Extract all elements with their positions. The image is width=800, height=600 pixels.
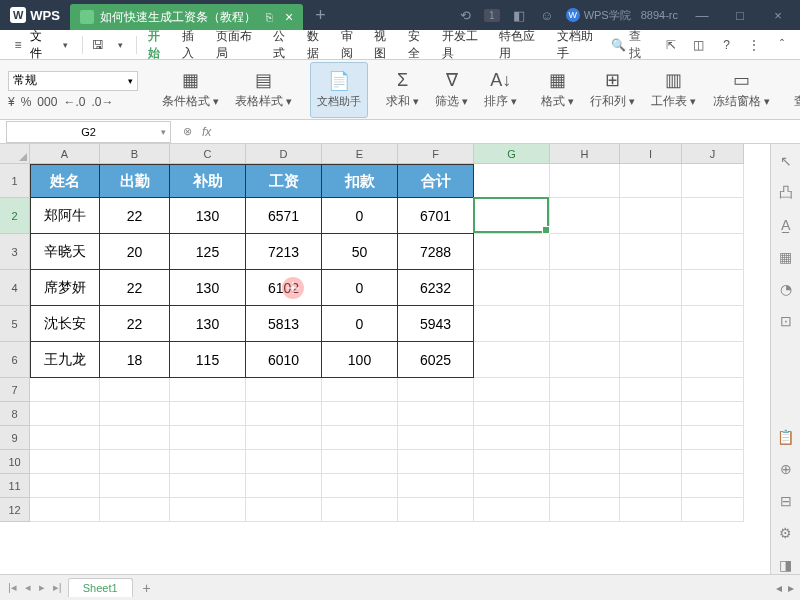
cell-E6[interactable]: 100 bbox=[322, 342, 398, 378]
close-button[interactable]: × bbox=[764, 5, 792, 25]
cell-H1[interactable] bbox=[550, 164, 620, 198]
cell-J11[interactable] bbox=[682, 474, 744, 498]
cell-E5[interactable]: 0 bbox=[322, 306, 398, 342]
style-icon[interactable]: 凸 bbox=[777, 184, 795, 202]
row-header-9[interactable]: 9 bbox=[0, 426, 30, 450]
tab-close-icon[interactable]: × bbox=[285, 9, 293, 25]
cell-G1[interactable] bbox=[474, 164, 550, 198]
table-tool-icon[interactable]: ▦ bbox=[777, 248, 795, 266]
cell-E7[interactable] bbox=[322, 378, 398, 402]
comma-icon[interactable]: 000 bbox=[37, 95, 57, 109]
cell-J2[interactable] bbox=[682, 198, 744, 234]
cell-B8[interactable] bbox=[100, 402, 170, 426]
format-button[interactable]: ▦格式 ▾ bbox=[535, 62, 580, 118]
cell-C6[interactable]: 115 bbox=[170, 342, 246, 378]
new-tab-button[interactable]: + bbox=[315, 5, 326, 26]
cell-A3[interactable]: 辛晓天 bbox=[30, 234, 100, 270]
number-format-combo[interactable]: 常规▾ bbox=[8, 71, 138, 91]
select-all-corner[interactable] bbox=[0, 144, 30, 164]
row-header-10[interactable]: 10 bbox=[0, 450, 30, 474]
cell-G9[interactable] bbox=[474, 426, 550, 450]
cell-H7[interactable] bbox=[550, 378, 620, 402]
cell-D6[interactable]: 6010 bbox=[246, 342, 322, 378]
share-icon[interactable]: ⇱ bbox=[661, 35, 681, 55]
col-header-C[interactable]: C bbox=[170, 144, 246, 164]
percent-icon[interactable]: % bbox=[21, 95, 32, 109]
cell-A12[interactable] bbox=[30, 498, 100, 522]
cell-B6[interactable]: 18 bbox=[100, 342, 170, 378]
collapse-ribbon-icon[interactable]: ˆ bbox=[772, 35, 792, 55]
cell-A2[interactable]: 郑阿牛 bbox=[30, 198, 100, 234]
cell-H9[interactable] bbox=[550, 426, 620, 450]
cell-D5[interactable]: 5813 bbox=[246, 306, 322, 342]
row-header-3[interactable]: 3 bbox=[0, 234, 30, 270]
cell-E11[interactable] bbox=[322, 474, 398, 498]
cell-F10[interactable] bbox=[398, 450, 474, 474]
cell-A4[interactable]: 席梦妍 bbox=[30, 270, 100, 306]
cell-D7[interactable] bbox=[246, 378, 322, 402]
worksheet-button[interactable]: ▥工作表 ▾ bbox=[645, 62, 702, 118]
sheet-nav-prev[interactable]: ◂ bbox=[23, 581, 33, 594]
cell-I8[interactable] bbox=[620, 402, 682, 426]
menu-tab-3[interactable]: 公式 bbox=[268, 30, 302, 60]
find-button[interactable]: 🔍查找 ▾ bbox=[788, 62, 800, 118]
cell-D12[interactable] bbox=[246, 498, 322, 522]
sheet-nav-last[interactable]: ▸| bbox=[51, 581, 64, 594]
cell-A5[interactable]: 沈长安 bbox=[30, 306, 100, 342]
row-header-12[interactable]: 12 bbox=[0, 498, 30, 522]
cell-C5[interactable]: 130 bbox=[170, 306, 246, 342]
menu-tab-10[interactable]: 文档助手 bbox=[552, 30, 610, 60]
col-header-D[interactable]: D bbox=[246, 144, 322, 164]
menu-tab-6[interactable]: 视图 bbox=[369, 30, 403, 60]
cell-J4[interactable] bbox=[682, 270, 744, 306]
row-col-button[interactable]: ⊞行和列 ▾ bbox=[584, 62, 641, 118]
decimal-decrease-icon[interactable]: .0→ bbox=[91, 95, 113, 109]
cell-E2[interactable]: 0 bbox=[322, 198, 398, 234]
cell-G3[interactable] bbox=[474, 234, 550, 270]
more-icon[interactable]: ⋮ bbox=[744, 35, 764, 55]
cell-G5[interactable] bbox=[474, 306, 550, 342]
cell-D8[interactable] bbox=[246, 402, 322, 426]
cell-F12[interactable] bbox=[398, 498, 474, 522]
cell-F1[interactable]: 合计 bbox=[398, 164, 474, 198]
select-tool-icon[interactable]: ↖ bbox=[777, 152, 795, 170]
name-box[interactable]: G2 bbox=[6, 121, 171, 143]
cell-I6[interactable] bbox=[620, 342, 682, 378]
cell-B4[interactable]: 22 bbox=[100, 270, 170, 306]
conditional-format-button[interactable]: ▦条件格式 ▾ bbox=[156, 62, 225, 118]
col-header-J[interactable]: J bbox=[682, 144, 744, 164]
sheet-nav-next[interactable]: ▸ bbox=[37, 581, 47, 594]
col-header-G[interactable]: G bbox=[474, 144, 550, 164]
cell-J3[interactable] bbox=[682, 234, 744, 270]
row-header-2[interactable]: 2 bbox=[0, 198, 30, 234]
sheet-tab[interactable]: Sheet1 bbox=[68, 578, 133, 597]
cell-G4[interactable] bbox=[474, 270, 550, 306]
app-logo[interactable]: WPS bbox=[0, 0, 70, 30]
sort-button[interactable]: A↓排序 ▾ bbox=[478, 62, 523, 118]
cell-A6[interactable]: 王九龙 bbox=[30, 342, 100, 378]
cell-B2[interactable]: 22 bbox=[100, 198, 170, 234]
minimize-button[interactable]: — bbox=[688, 5, 716, 25]
table-style-button[interactable]: ▤表格样式 ▾ bbox=[229, 62, 298, 118]
cell-I9[interactable] bbox=[620, 426, 682, 450]
cell-B7[interactable] bbox=[100, 378, 170, 402]
cell-C2[interactable]: 130 bbox=[170, 198, 246, 234]
document-tab[interactable]: 如何快速生成工资条（教程） ⎘ × bbox=[70, 4, 303, 30]
menu-tab-0[interactable]: 开始 bbox=[143, 30, 177, 60]
notification-badge[interactable]: 1 bbox=[484, 9, 500, 22]
file-dropdown-icon[interactable]: ▾ bbox=[56, 35, 76, 55]
cell-D3[interactable]: 7213 bbox=[246, 234, 322, 270]
cell-I5[interactable] bbox=[620, 306, 682, 342]
cell-F6[interactable]: 6025 bbox=[398, 342, 474, 378]
cell-A8[interactable] bbox=[30, 402, 100, 426]
col-header-B[interactable]: B bbox=[100, 144, 170, 164]
menu-tab-4[interactable]: 数据 bbox=[302, 30, 336, 60]
cell-I7[interactable] bbox=[620, 378, 682, 402]
cell-H2[interactable] bbox=[550, 198, 620, 234]
menu-tab-5[interactable]: 审阅 bbox=[336, 30, 370, 60]
cell-J10[interactable] bbox=[682, 450, 744, 474]
freeze-panes-button[interactable]: ▭冻结窗格 ▾ bbox=[707, 62, 776, 118]
row-header-7[interactable]: 7 bbox=[0, 378, 30, 402]
cell-H6[interactable] bbox=[550, 342, 620, 378]
cell-D1[interactable]: 工资 bbox=[246, 164, 322, 198]
